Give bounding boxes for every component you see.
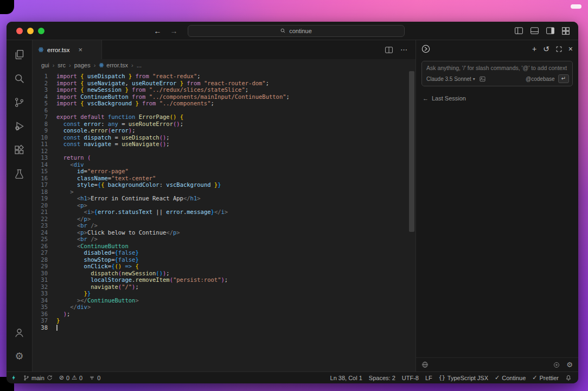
source-control-icon[interactable] xyxy=(7,90,33,114)
line-number[interactable]: 31 xyxy=(33,276,56,283)
line-number[interactable]: 8 xyxy=(33,121,56,128)
line-number[interactable]: 37 xyxy=(33,317,56,324)
code-line[interactable]: 32 navigate("/"); xyxy=(33,283,416,291)
forward-arrow-icon[interactable]: → xyxy=(170,27,178,35)
account-icon[interactable] xyxy=(7,320,33,344)
code-line[interactable]: 8 const error: any = useRouteError(); xyxy=(33,121,416,128)
code-line[interactable]: 13 return ( xyxy=(33,154,416,161)
toggle-secondary-sidebar-icon[interactable] xyxy=(546,27,554,34)
chat-input[interactable] xyxy=(422,61,572,73)
code-line[interactable]: 3import { newSession } from "../redux/sl… xyxy=(33,86,416,93)
code-line[interactable]: 31 localStorage.removeItem("persist:root… xyxy=(33,276,416,283)
breadcrumb-item[interactable]: error.tsx xyxy=(99,62,128,68)
code-line[interactable]: 24 <p>Click below to Continue</p> xyxy=(33,229,416,236)
line-number[interactable]: 25 xyxy=(33,236,56,243)
code-line[interactable]: 30 dispatch(newSession()); xyxy=(33,270,416,277)
eol-sequence[interactable]: LF xyxy=(425,375,432,381)
code-editor[interactable]: 1import { useDispatch } from "react-redu… xyxy=(33,71,416,371)
line-number[interactable]: 14 xyxy=(33,161,56,168)
help-circle-icon[interactable] xyxy=(553,362,560,368)
model-selector[interactable]: Claude 3.5 Sonnet ▾ xyxy=(426,76,475,82)
code-line[interactable]: 10 const dispatch = useDispatch(); xyxy=(33,134,416,141)
problems-status[interactable]: ⊘ 0 ⚠ 0 xyxy=(59,374,82,381)
line-number[interactable]: 16 xyxy=(33,175,56,182)
git-branch-status[interactable]: main xyxy=(23,375,53,381)
code-line[interactable]: 15 id="error-page" xyxy=(33,168,416,175)
code-line[interactable]: 37} xyxy=(33,317,416,324)
last-session-link[interactable]: ← Last Session xyxy=(423,95,578,102)
code-line[interactable]: 34 ></ContinueButton> xyxy=(33,297,416,304)
line-number[interactable]: 26 xyxy=(33,243,56,250)
line-number[interactable]: 30 xyxy=(33,270,56,277)
line-number[interactable]: 6 xyxy=(33,107,56,114)
line-number[interactable]: 11 xyxy=(33,141,56,148)
line-number[interactable]: 17 xyxy=(33,181,56,188)
code-line[interactable]: 33 }} xyxy=(33,290,416,297)
tab-close-icon[interactable]: × xyxy=(79,46,83,54)
line-number[interactable]: 36 xyxy=(33,311,56,318)
line-number[interactable]: 1 xyxy=(33,73,56,80)
language-mode[interactable]: {} TypeScript JSX xyxy=(439,375,488,381)
line-number[interactable]: 32 xyxy=(33,283,56,291)
back-arrow-icon[interactable]: ← xyxy=(154,27,162,35)
breadcrumb-item[interactable]: ... xyxy=(137,62,142,68)
indentation[interactable]: Spaces: 2 xyxy=(369,375,395,381)
run-debug-icon[interactable] xyxy=(7,114,33,138)
code-line[interactable]: 16 className="text-center" xyxy=(33,175,416,182)
code-line[interactable]: 9 console.error(error); xyxy=(33,127,416,134)
code-line[interactable]: 38 xyxy=(33,324,416,331)
command-center-search[interactable]: continue xyxy=(188,25,405,37)
line-number[interactable]: 12 xyxy=(33,148,56,155)
code-line[interactable]: 22 </p> xyxy=(33,216,416,223)
line-number[interactable]: 38 xyxy=(33,324,56,331)
editor-more-actions-icon[interactable]: ⋯ xyxy=(400,46,408,54)
line-number[interactable]: 10 xyxy=(33,134,56,141)
line-number[interactable]: 13 xyxy=(33,154,56,161)
settings-gear-icon[interactable]: ⚙ xyxy=(7,344,33,368)
code-line[interactable]: 29 onClick={() => { xyxy=(33,263,416,270)
breadcrumb-item[interactable]: pages xyxy=(74,62,91,68)
line-number[interactable]: 22 xyxy=(33,216,56,223)
line-number[interactable]: 19 xyxy=(33,195,56,202)
history-icon[interactable]: ↺ xyxy=(543,45,549,53)
line-number[interactable]: 4 xyxy=(33,93,56,100)
breadcrumb-item[interactable]: src xyxy=(57,62,66,68)
image-attach-icon[interactable] xyxy=(480,76,485,82)
minimize-window-button[interactable] xyxy=(27,28,34,34)
remote-indicator[interactable] xyxy=(11,374,17,381)
code-line[interactable]: 28 showStop={false} xyxy=(33,256,416,263)
code-line[interactable]: 36 ); xyxy=(33,311,416,318)
toggle-panel-icon[interactable] xyxy=(531,27,539,34)
code-line[interactable]: 1import { useDispatch } from "react-redu… xyxy=(33,73,416,80)
new-session-icon[interactable]: + xyxy=(532,45,536,53)
search-sidebar-icon[interactable] xyxy=(7,66,33,90)
line-number[interactable]: 21 xyxy=(33,209,56,216)
line-number[interactable]: 27 xyxy=(33,249,56,256)
split-editor-icon[interactable] xyxy=(385,47,393,53)
line-number[interactable]: 2 xyxy=(33,80,56,87)
line-number[interactable]: 33 xyxy=(33,290,56,297)
line-number[interactable]: 24 xyxy=(33,229,56,236)
code-line[interactable]: 6 xyxy=(33,107,416,114)
fullscreen-icon[interactable] xyxy=(556,46,562,52)
tab-error-tsx[interactable]: error.tsx × xyxy=(33,40,102,59)
ports-status[interactable]: 0 xyxy=(89,375,100,381)
panel-settings-gear-icon[interactable]: ⚙ xyxy=(566,361,573,368)
notifications-bell-icon[interactable] xyxy=(565,375,572,381)
line-number[interactable]: 18 xyxy=(33,188,56,195)
code-line[interactable]: 20 <p> xyxy=(33,202,416,209)
close-window-button[interactable] xyxy=(16,28,23,34)
line-number[interactable]: 35 xyxy=(33,304,56,311)
code-line[interactable]: 17 style={{ backgroundColor: vscBackgrou… xyxy=(33,181,416,188)
code-line[interactable]: 7export default function ErrorPage() { xyxy=(33,113,416,121)
line-number[interactable]: 7 xyxy=(33,113,56,121)
cursor-position[interactable]: Ln 38, Col 1 xyxy=(330,375,362,381)
line-number[interactable]: 5 xyxy=(33,100,56,107)
maximize-window-button[interactable] xyxy=(38,28,44,34)
code-line[interactable]: 4import ContinueButton from "../componen… xyxy=(33,93,416,100)
code-line[interactable]: 2import { useNavigate, useRouteError } f… xyxy=(33,80,416,87)
submit-enter-icon[interactable]: ↵ xyxy=(558,74,569,83)
line-number[interactable]: 9 xyxy=(33,127,56,134)
code-line[interactable]: 25 <br /> xyxy=(33,236,416,243)
toggle-sidebar-icon[interactable] xyxy=(515,27,523,34)
